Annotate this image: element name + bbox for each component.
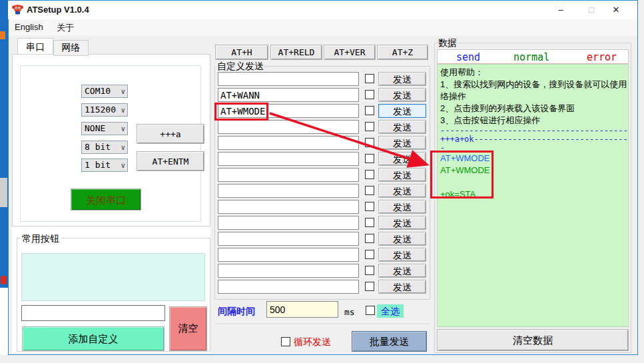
custom-command-input[interactable] [218, 280, 359, 294]
custom-send-row: 发送 [218, 184, 428, 198]
custom-command-input[interactable] [218, 168, 359, 182]
custom-command-input[interactable] [218, 104, 359, 118]
row-checkbox[interactable] [365, 90, 374, 99]
minimize-button[interactable]: – [550, 2, 571, 17]
baud-rate-select[interactable]: 115200 ∨ [81, 103, 128, 117]
tab-network[interactable]: 网络 [53, 40, 89, 56]
at-h-button[interactable]: AT+H [215, 45, 268, 60]
send-button[interactable]: 发送 [378, 152, 426, 166]
select-all-checkbox[interactable] [366, 306, 375, 315]
custom-send-title: 自定义发送 [216, 61, 265, 73]
row-checkbox[interactable] [365, 202, 374, 211]
send-button[interactable]: 发送 [378, 232, 426, 246]
screen: COM10 ∨ ATSetup V1.0.4 – □ ✕ English 关于 … [0, 0, 644, 363]
batch-send-button[interactable]: 批量发送 [352, 331, 427, 352]
send-button[interactable]: 发送 [378, 216, 426, 230]
close-button[interactable]: ✕ [605, 2, 627, 17]
background-window-left-edge [0, 0, 8, 363]
custom-command-input[interactable] [218, 152, 359, 166]
row-checkbox[interactable] [365, 154, 374, 163]
at-z-button[interactable]: AT+Z [377, 45, 428, 60]
menu-item-english[interactable]: English [15, 22, 43, 32]
custom-command-input[interactable] [218, 136, 359, 150]
stop-bits-select[interactable]: 1 bit ∨ [81, 159, 128, 172]
custom-command-input[interactable] [218, 88, 359, 102]
row-checkbox[interactable] [365, 170, 374, 179]
send-button[interactable]: 发送 [378, 184, 426, 198]
at-entm-button[interactable]: AT+ENTM [137, 151, 204, 171]
log-line: 使用帮助： [440, 67, 627, 79]
background-blue-strip [0, 0, 8, 288]
close-serial-button[interactable]: 关闭串口 [71, 188, 141, 210]
parity-select[interactable]: NONE ∨ [81, 122, 128, 135]
custom-send-row: 发送 [218, 264, 428, 278]
custom-command-input[interactable] [218, 72, 359, 86]
common-buttons-list[interactable] [21, 253, 205, 301]
custom-command-input[interactable] [218, 264, 359, 278]
row-checkbox[interactable] [365, 74, 374, 83]
send-button[interactable]: 发送 [378, 136, 426, 150]
row-checkbox[interactable] [365, 234, 374, 243]
row-checkbox[interactable] [365, 138, 374, 147]
send-button[interactable]: 发送 [378, 120, 426, 134]
legend-send: send [456, 51, 480, 63]
send-button[interactable]: 发送 [378, 104, 426, 118]
chevron-down-icon: ∨ [121, 160, 125, 172]
legend-normal: normal [513, 51, 549, 63]
send-button[interactable]: 发送 [378, 248, 426, 262]
loop-send-checkbox[interactable] [281, 337, 290, 346]
clear-common-button[interactable]: 清空 [169, 306, 207, 351]
custom-send-row: 发送 [218, 72, 428, 87]
custom-send-row: 发送 [218, 200, 428, 214]
custom-command-input[interactable] [218, 120, 359, 134]
row-checkbox[interactable] [365, 218, 374, 227]
clear-data-button[interactable]: 清空数据 [437, 329, 629, 351]
log-line: +ok=STA [440, 188, 627, 200]
row-checkbox[interactable] [365, 250, 374, 259]
interval-input[interactable] [266, 301, 338, 318]
row-checkbox[interactable] [365, 282, 374, 291]
send-button[interactable]: 发送 [378, 72, 426, 86]
custom-command-input[interactable] [218, 200, 359, 214]
data-bits-value: 8 bit [85, 142, 111, 152]
serial-port-select[interactable]: COM10 ∨ [81, 85, 128, 98]
send-button[interactable]: 发送 [378, 168, 426, 182]
maximize-button: □ [581, 2, 602, 17]
data-legend: send normal error [437, 49, 629, 64]
menu-item-about[interactable]: 关于 [57, 22, 74, 34]
row-checkbox[interactable] [365, 122, 374, 131]
custom-send-row: 发送 [218, 248, 428, 262]
common-command-input[interactable] [21, 305, 165, 321]
custom-command-input[interactable] [218, 248, 359, 262]
plus-a-button[interactable]: +++a [137, 124, 204, 144]
send-button[interactable]: 发送 [378, 280, 426, 294]
custom-send-row: 发送 [218, 216, 428, 230]
background-app-icon-fragment [1, 276, 7, 284]
at-reld-button[interactable]: AT+RELD [270, 45, 322, 60]
interval-unit-label: ms [344, 307, 355, 317]
add-custom-button[interactable]: 添加自定义 [22, 326, 164, 351]
tab-serial[interactable]: 串口 [17, 38, 53, 54]
custom-command-input[interactable] [218, 184, 359, 198]
log-line: - [440, 144, 627, 153]
log-line [440, 177, 627, 188]
at-ver-button[interactable]: AT+VER [324, 45, 376, 60]
data-bits-select[interactable]: 8 bit ∨ [81, 141, 128, 154]
serial-port-value: COM10 [85, 86, 111, 96]
background-gray-fragment [0, 178, 7, 207]
select-all-label: 全选 [377, 304, 404, 318]
data-log[interactable]: 使用帮助：1、搜索以找到网内的设备，搜到设备就可以使用网络操作2、点击搜到的列表… [437, 64, 629, 327]
log-line: AT+WMODE [440, 153, 627, 165]
custom-send-row: 发送 [218, 168, 428, 182]
chevron-down-icon: ∨ [121, 142, 125, 154]
row-checkbox[interactable] [365, 106, 374, 115]
send-button[interactable]: 发送 [378, 200, 426, 214]
row-checkbox[interactable] [365, 186, 374, 195]
custom-command-input[interactable] [218, 232, 359, 246]
send-button[interactable]: 发送 [378, 264, 426, 278]
custom-send-row: 发送 [218, 152, 428, 167]
custom-command-input[interactable] [218, 216, 359, 230]
send-button[interactable]: 发送 [378, 88, 426, 102]
custom-send-row: 发送 [218, 232, 428, 246]
row-checkbox[interactable] [365, 266, 374, 275]
